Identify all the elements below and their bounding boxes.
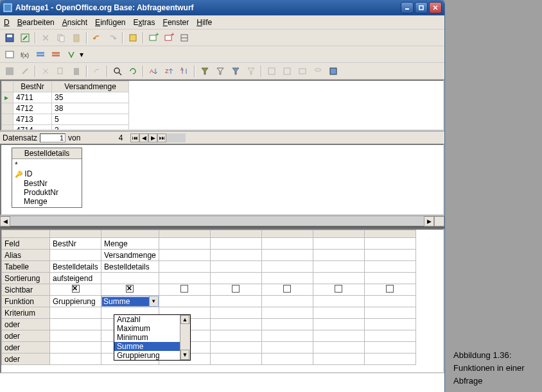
combo-dropdown-button[interactable]: ▼ [149, 296, 158, 306]
field-star[interactable]: * [15, 160, 79, 169]
cell-tabelle-0[interactable]: Bestelldetails [50, 261, 101, 273]
cell-alias-1[interactable]: Versandmenge [101, 250, 159, 261]
checkbox-icon[interactable] [126, 285, 134, 293]
col-header-bestnr[interactable]: BestNr [13, 81, 52, 92]
add-query-icon[interactable]: + [162, 31, 176, 45]
dropdown-item-summe[interactable]: Summe [114, 342, 190, 351]
table-box-bestelldetails[interactable]: Bestelldetails * 🔑 ID BestNr ProduktNr M… [12, 148, 82, 208]
cell-sort-0[interactable]: aufsteigend [50, 273, 101, 284]
table-row[interactable]: 4714 3 [2, 125, 129, 132]
menu-ansicht[interactable]: Ansicht [62, 18, 87, 27]
nav-last-button[interactable]: ⏭ [157, 133, 166, 142]
minimize-button[interactable] [401, 2, 414, 13]
menu-hilfe[interactable]: Hilfe [197, 18, 212, 27]
field-bestnr[interactable]: BestNr [15, 179, 79, 188]
menu-extras[interactable]: Extras [134, 18, 155, 27]
nav-first-button[interactable]: ⏮ [130, 133, 139, 142]
remove-filter-icon[interactable] [244, 64, 258, 78]
field-id[interactable]: 🔑 ID [15, 169, 79, 179]
dropdown-arrow-icon[interactable]: ▾ [80, 50, 83, 59]
cell[interactable]: 5 [52, 114, 129, 125]
paste-icon[interactable] [69, 31, 83, 45]
standard-filter-icon[interactable] [229, 64, 243, 78]
menu-datei[interactable]: D [4, 18, 10, 27]
menu-bearbeiten[interactable]: Bearbeiten [17, 18, 55, 27]
col-header[interactable] [159, 230, 210, 238]
save-record-icon[interactable] [3, 64, 17, 78]
apply-filter-icon[interactable] [213, 64, 227, 78]
cell-tabelle-1[interactable]: Bestelldetails [101, 261, 159, 273]
redo-icon[interactable] [105, 31, 119, 45]
save-icon[interactable] [3, 31, 17, 45]
table-name-icon[interactable] [33, 47, 48, 62]
cell[interactable]: 3 [52, 125, 129, 132]
checkbox-icon[interactable] [335, 285, 342, 293]
col-header[interactable] [210, 230, 261, 238]
checkbox-icon[interactable] [232, 285, 240, 293]
col-header-versandmenge[interactable]: Versandmenge [52, 81, 129, 92]
cell-feld-1[interactable]: Menge [101, 238, 159, 250]
copy-icon[interactable] [54, 64, 68, 78]
col-header[interactable] [364, 230, 415, 238]
record-current-input[interactable] [40, 133, 66, 142]
dropdown-item-minimum[interactable]: Minimum [114, 333, 190, 342]
menu-fenster[interactable]: Fenster [163, 18, 189, 27]
alias-icon[interactable] [49, 47, 63, 62]
menu-einfuegen[interactable]: Einfügen [95, 18, 125, 27]
cell-feld-0[interactable]: BestNr [50, 238, 101, 250]
maximize-button[interactable] [415, 2, 428, 13]
sql-view-icon[interactable] [3, 47, 17, 62]
explorer-icon[interactable] [326, 64, 340, 78]
table-row[interactable]: ▸ 4711 35 [2, 92, 129, 103]
cell[interactable]: 4714 [13, 125, 52, 132]
cell[interactable]: 4711 [13, 92, 52, 103]
field-produktnr[interactable]: ProduktNr [15, 188, 79, 197]
cell-sort-1[interactable] [101, 273, 159, 284]
sort-asc-icon[interactable]: A [146, 64, 161, 78]
cell[interactable]: 4712 [13, 103, 52, 114]
col-header[interactable] [261, 230, 313, 238]
col-header[interactable] [313, 230, 364, 238]
table-row[interactable]: 4712 38 [2, 103, 129, 114]
checkbox-icon[interactable] [386, 285, 394, 293]
col-header[interactable] [50, 230, 101, 238]
close-button[interactable] [429, 2, 442, 13]
table-row[interactable]: 4713 5 [2, 114, 129, 125]
autofilter-icon[interactable] [198, 64, 212, 78]
undo-icon[interactable] [90, 31, 104, 45]
copy-icon[interactable] [54, 31, 68, 45]
edit-data-icon[interactable] [18, 64, 32, 78]
cut-icon[interactable] [39, 64, 53, 78]
cell[interactable]: 38 [52, 103, 129, 114]
checkbox-icon[interactable] [180, 285, 188, 293]
mail-merge-icon[interactable] [295, 64, 310, 78]
edit-icon[interactable] [18, 31, 32, 45]
dropdown-item-maximum[interactable]: Maximum [114, 324, 190, 333]
funktion-dropdown-list[interactable]: Anzahl Maximum Minimum Summe Gruppierung… [114, 314, 191, 361]
col-header[interactable] [101, 230, 159, 238]
design-view-icon[interactable] [177, 31, 191, 45]
funktion-combobox[interactable]: Summe ▼ [101, 296, 159, 307]
data-to-text-icon[interactable] [265, 64, 279, 78]
scroll-down-button[interactable]: ▼ [180, 350, 189, 360]
add-table-icon[interactable]: + [146, 31, 161, 45]
find-icon[interactable] [110, 64, 125, 78]
cell-funktion-0[interactable]: Gruppierung [50, 296, 101, 307]
cell-alias-0[interactable] [50, 250, 101, 261]
cell-visible-1[interactable] [101, 284, 159, 296]
dropdown-scrollbar[interactable]: ▲ ▼ [180, 315, 190, 360]
refresh-icon[interactable] [126, 64, 140, 78]
field-menge[interactable]: Menge [15, 197, 79, 206]
checkbox-icon[interactable] [283, 285, 291, 293]
distinct-icon[interactable] [64, 47, 78, 62]
data-source-icon[interactable] [311, 64, 325, 78]
paste-icon[interactable] [69, 64, 83, 78]
cell[interactable]: 35 [52, 92, 129, 103]
sort-desc-icon[interactable]: Z [162, 64, 176, 78]
scroll-right-button[interactable]: ▶ [424, 216, 434, 226]
dropdown-item-gruppierung[interactable]: Gruppierung [114, 351, 190, 360]
sort-icon[interactable]: A [177, 64, 191, 78]
scroll-up-button[interactable]: ▲ [180, 315, 189, 324]
data-to-fields-icon[interactable] [280, 64, 294, 78]
function-icon[interactable]: f(x) [18, 47, 32, 62]
